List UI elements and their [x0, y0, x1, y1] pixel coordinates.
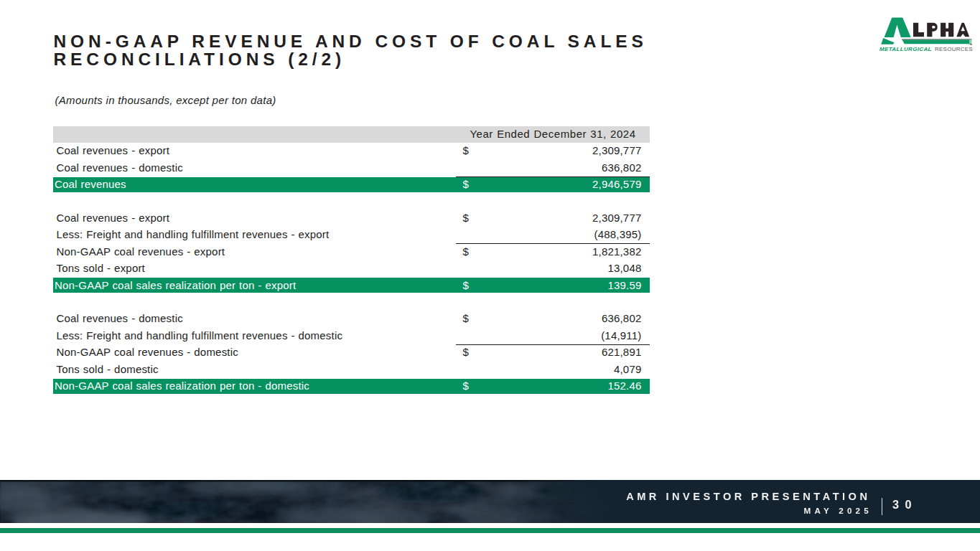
svg-text:METALLURGICAL: METALLURGICAL — [879, 46, 932, 52]
svg-text:RESOURCES: RESOURCES — [935, 46, 973, 52]
